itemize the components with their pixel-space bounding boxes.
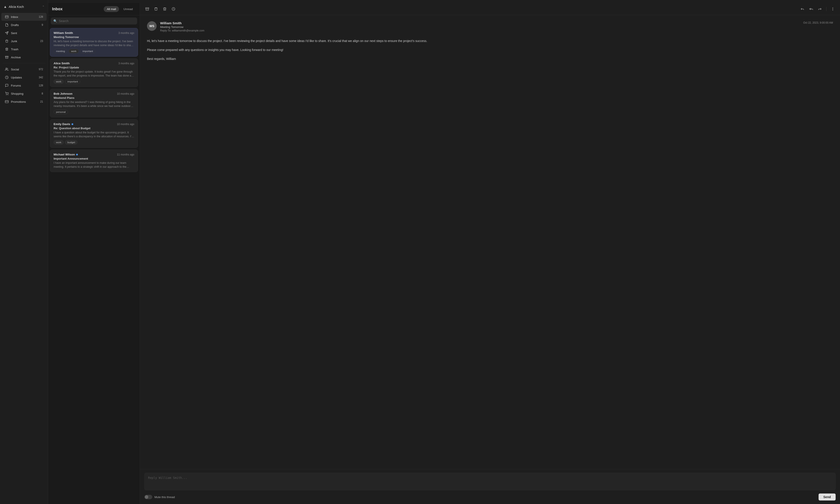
sidebar-item-inbox[interactable]: Inbox 128 <box>1 13 47 21</box>
email-preview: Hi, let's have a meeting tomorrow to dis… <box>54 40 134 47</box>
filter-unread-button[interactable]: Unread <box>120 6 136 12</box>
email-item-header: Alice Smith 3 months ago <box>54 62 134 65</box>
drafts-icon <box>5 23 9 27</box>
sidebar-item-updates[interactable]: Updates 342 <box>1 73 47 82</box>
sidebar-label-social: Social <box>11 68 37 71</box>
email-sender: Emily Davis <box>54 123 73 126</box>
email-tag: work <box>54 79 64 84</box>
sidebar-item-promotions[interactable]: Promotions 21 <box>1 98 47 106</box>
email-subject: Weekend Plans <box>54 96 134 100</box>
more-button[interactable] <box>829 6 836 12</box>
svg-rect-10 <box>146 8 149 8</box>
inbox-icon <box>5 15 9 19</box>
svg-point-4 <box>6 68 7 69</box>
promotions-icon <box>5 100 9 104</box>
email-subject: Re: Question about Budget <box>54 127 134 130</box>
email-list-item[interactable]: William Smith 3 months ago Meeting Tomor… <box>50 28 138 57</box>
sidebar-count-promotions: 21 <box>40 100 43 103</box>
email-body: Hi, let's have a meeting tomorrow to dis… <box>147 38 833 62</box>
filter-all-button[interactable]: All mail <box>104 6 119 12</box>
sidebar-item-shopping[interactable]: Shopping 8 <box>1 90 47 97</box>
sidebar-item-trash[interactable]: Trash <box>1 45 47 53</box>
mute-toggle-row: Mute this thread <box>144 495 175 499</box>
reply-all-button[interactable] <box>808 6 815 12</box>
email-preview: Any plans for the weekend? I was thinkin… <box>54 101 134 108</box>
email-tag: meeting <box>54 49 67 53</box>
email-subject: Important Announcement <box>54 157 134 160</box>
toggle-knob <box>145 495 148 499</box>
sidebar-count-drafts: 9 <box>41 23 43 26</box>
reply-input[interactable] <box>144 473 836 490</box>
email-time: 10 months ago <box>117 123 134 126</box>
sidebar-label-archive: Archive <box>11 56 43 59</box>
email-date: Oct 22, 2023, 9:00:00 AM <box>803 21 833 24</box>
search-input[interactable] <box>59 19 135 23</box>
email-time: 3 months ago <box>118 32 134 35</box>
toolbar-separator <box>826 7 826 11</box>
reply-footer: Mute this thread Send <box>144 493 836 501</box>
svg-point-14 <box>833 10 833 11</box>
filter-buttons: All mail Unread <box>104 6 136 12</box>
email-list-item[interactable]: Emily Davis 10 months ago Re: Question a… <box>50 119 138 148</box>
email-item-header: William Smith 3 months ago <box>54 31 134 35</box>
sidebar-label-promotions: Promotions <box>11 100 38 104</box>
email-tags: workbudget <box>54 140 134 145</box>
svg-point-12 <box>833 8 833 8</box>
send-button[interactable]: Send <box>819 493 836 501</box>
account-switcher[interactable]: ▲ Alicia Koch ⌃ <box>0 3 48 11</box>
email-subject: Re: Project Update <box>54 66 134 69</box>
email-list-item[interactable]: Michael Wilson 11 months ago Important A… <box>50 149 138 172</box>
sidebar-item-forums[interactable]: Forums 128 <box>1 82 47 89</box>
sent-icon <box>5 31 9 35</box>
mute-label: Mute this thread <box>155 496 175 499</box>
sidebar-divider <box>3 63 45 64</box>
delete-button[interactable] <box>161 6 168 12</box>
email-subject: Meeting Tomorrow <box>54 35 134 39</box>
email-list-item[interactable]: Alice Smith 3 months ago Re: Project Upd… <box>50 58 138 87</box>
updates-icon <box>5 75 9 79</box>
sidebar-count-forums: 128 <box>39 84 43 87</box>
email-preview: Thank you for the project update. It loo… <box>54 70 134 78</box>
email-time: 11 months ago <box>117 153 134 156</box>
email-tag: work <box>69 49 79 53</box>
reply-button[interactable] <box>799 6 806 12</box>
sidebar-item-archive[interactable]: Archive <box>1 53 47 61</box>
sidebar-item-sent[interactable]: Sent <box>1 29 47 37</box>
sidebar-item-drafts[interactable]: Drafts 9 <box>1 21 47 29</box>
mute-toggle[interactable] <box>144 495 152 499</box>
email-tags: meetingworkimportant <box>54 49 134 53</box>
sidebar-count-inbox: 128 <box>39 15 43 18</box>
email-tag: important <box>80 49 95 53</box>
sidebar-category-nav: Social 972 Updates 342 Forums 128 Shoppi… <box>0 65 48 106</box>
sidebar-label-junk: Junk <box>11 40 38 43</box>
svg-point-13 <box>833 9 833 9</box>
sidebar-item-social[interactable]: Social 972 <box>1 66 47 73</box>
email-sender: Michael Wilson <box>54 153 78 156</box>
forums-icon <box>5 84 9 88</box>
junk-button[interactable] <box>153 6 159 12</box>
archive-button[interactable] <box>144 6 150 12</box>
svg-rect-8 <box>5 101 8 103</box>
sidebar-count-shopping: 8 <box>41 92 43 95</box>
email-tags: workimportant <box>54 79 134 84</box>
inbox-title: Inbox <box>52 7 62 11</box>
email-tag: work <box>54 140 64 145</box>
archive-icon <box>5 55 9 59</box>
email-sender: William Smith <box>54 31 73 35</box>
email-time: 10 months ago <box>117 92 134 95</box>
main-content: Inbox All mail Unread 🔍 William Smith 3 … <box>48 0 840 504</box>
email-subject-display: Meeting Tomorrow <box>160 25 800 29</box>
sidebar: ▲ Alicia Koch ⌃ Inbox 128 Drafts 9 Sent … <box>0 0 48 504</box>
email-list: William Smith 3 months ago Meeting Tomor… <box>48 27 140 504</box>
forward-button[interactable] <box>817 6 823 12</box>
toolbar-right <box>799 6 836 12</box>
toolbar-left <box>144 6 177 12</box>
sidebar-label-shopping: Shopping <box>11 92 39 95</box>
sidebar-label-drafts: Drafts <box>11 23 39 27</box>
email-list-item[interactable]: Bob Johnson 10 months ago Weekend Plans … <box>50 89 138 118</box>
chevron-icon: ⌃ <box>42 5 44 8</box>
sidebar-item-junk[interactable]: Junk 23 <box>1 37 47 45</box>
email-tag: budget <box>65 140 77 145</box>
snooze-button[interactable] <box>170 6 177 12</box>
email-item-header: Emily Davis 10 months ago <box>54 123 134 126</box>
